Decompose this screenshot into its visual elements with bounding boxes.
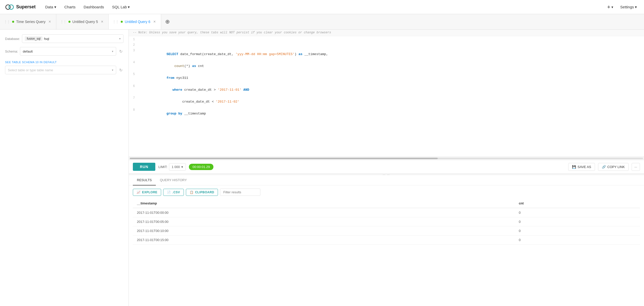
database-select[interactable]: fusion_sql fsql ▾: [22, 34, 123, 43]
save-as-button[interactable]: 💾 SAVE AS: [568, 163, 595, 171]
drag-handle-icon: ⋮⋮: [113, 20, 119, 23]
tab-query-history[interactable]: QUERY HISTORY: [156, 175, 191, 185]
database-value: fsql: [44, 37, 49, 41]
limit-label: LIMIT:: [158, 165, 167, 169]
table-placeholder: Select table or type table name: [8, 68, 53, 72]
database-row: Database: fusion_sql fsql ▾: [5, 34, 123, 43]
table-cell: 0: [515, 208, 640, 217]
see-table-schema-label: SEE TABLE SCHEMA 10 IN DEFAULT: [5, 61, 123, 64]
chevron-down-icon: ▾: [635, 5, 637, 9]
results-area: RESULTS QUERY HISTORY 📈 EXPLORE 📄 .CSV 📋: [129, 175, 644, 306]
add-tab-button[interactable]: ⊕: [161, 14, 174, 29]
table-row: 2017-11-01T00:05:000: [133, 217, 640, 226]
chevron-down-icon: ▾: [112, 68, 113, 72]
chevron-down-icon: ▾: [112, 50, 113, 53]
chevron-down-icon: ▾: [181, 165, 183, 169]
chevron-down-icon: ▾: [119, 37, 121, 40]
database-label: Database:: [5, 37, 20, 41]
right-content: -- Note: Unless you save your query, the…: [129, 29, 644, 306]
database-tag: fusion_sql: [25, 36, 42, 41]
limit-group: LIMIT: 1 000 ▾: [158, 163, 186, 171]
refresh-schema-button[interactable]: ↻: [118, 48, 123, 55]
filter-results-input[interactable]: [220, 189, 260, 196]
refresh-table-button[interactable]: ↻: [118, 67, 123, 74]
table-cell: 2017-11-01T00:00:00: [133, 208, 515, 217]
run-button[interactable]: RUN: [133, 163, 155, 171]
code-line-3: 3 SELECT date_format(create_date_dt, 'yy…: [129, 48, 644, 60]
tab-untitled-query-6[interactable]: ⋮⋮ Untitled Query 6 ×: [109, 14, 161, 29]
clipboard-button[interactable]: 📋 CLIPBOARD: [186, 189, 218, 196]
table-cell: 0: [515, 226, 640, 236]
chart-icon: 📈: [137, 191, 141, 194]
app-title: Superset: [16, 4, 36, 10]
table-cell: 2017-11-01T00:05:00: [133, 217, 515, 226]
sidebar-content: Database: fusion_sql fsql ▾ Schema: defa…: [0, 29, 129, 79]
table-cell: 2017-11-01T00:15:00: [133, 236, 515, 245]
nav-data[interactable]: Data ▾: [42, 3, 60, 11]
code-line-5: 5 from nyc311: [129, 72, 644, 84]
table-header-row: __timestamp cnt: [133, 199, 640, 208]
table-cell: 0: [515, 236, 640, 245]
csv-button[interactable]: 📄 .CSV: [163, 189, 184, 196]
copy-link-button[interactable]: 🔗 COPY LINK: [598, 163, 629, 171]
chevron-down-icon: ▾: [611, 5, 613, 9]
nav-menu: Data ▾ Charts Dashboards SQL Lab ▾: [42, 3, 605, 11]
explore-button[interactable]: 📈 EXPLORE: [133, 189, 161, 196]
schema-label: Schema:: [5, 50, 18, 53]
code-line-6: 6 where create_date_dt > '2017-11-01' AN…: [129, 84, 644, 96]
tab-results[interactable]: RESULTS: [133, 175, 156, 185]
schema-row: Schema: default ▾ ↻: [5, 47, 123, 56]
table-row: 2017-11-01T00:00:000: [133, 208, 640, 217]
timer-badge: 00:00:01.29: [189, 164, 213, 170]
limit-select[interactable]: 1 000 ▾: [169, 163, 186, 171]
left-sidebar: Database: fusion_sql fsql ▾ Schema: defa…: [0, 29, 129, 306]
col-header-cnt: cnt: [515, 199, 640, 208]
code-editor[interactable]: -- Note: Unless you save your query, the…: [129, 29, 644, 157]
drag-handle-icon: ⋮⋮: [60, 20, 66, 23]
svg-point-1: [9, 5, 13, 9]
tab-close-button[interactable]: ×: [100, 19, 104, 25]
code-line-4: 4 count(*) as cnt: [129, 60, 644, 72]
code-line-2: 2: [129, 43, 644, 48]
table-cell: 2017-11-01T00:10:00: [133, 226, 515, 236]
chevron-down-icon: ▾: [54, 5, 56, 9]
top-navigation: Superset Data ▾ Charts Dashboards SQL La…: [0, 0, 644, 14]
tab-close-button[interactable]: ×: [152, 19, 157, 25]
tab-status-dot: [121, 21, 123, 23]
table-row: 2017-11-01T00:10:000: [133, 226, 640, 236]
tab-time-series-query[interactable]: ⋮⋮ Time Series Query ×: [0, 14, 56, 29]
chevron-down-icon: ▾: [128, 5, 130, 9]
schema-select[interactable]: default ▾: [20, 47, 116, 56]
query-toolbar: RUN LIMIT: 1 000 ▾ 00:00:01.29 💾 SAVE AS…: [129, 160, 644, 174]
table-select-row: Select table or type table name ▾ ↻: [5, 66, 123, 74]
nav-sqllab[interactable]: SQL Lab ▾: [109, 3, 134, 11]
table-select[interactable]: Select table or type table name ▾: [5, 66, 116, 74]
more-options-button[interactable]: ···: [632, 163, 640, 171]
tab-status-dot: [12, 21, 14, 23]
save-icon: 💾: [572, 165, 576, 169]
nav-right: + ▾ Settings ▾: [605, 3, 639, 11]
schema-value: default: [23, 50, 33, 53]
code-lines: 1 2 3 SELECT date_format(create_date_dt,…: [129, 36, 644, 121]
code-line-1: 1: [129, 37, 644, 43]
code-line-7: 7 create_date_dt < '2017-11-02': [129, 96, 644, 108]
nav-dashboards[interactable]: Dashboards: [80, 3, 108, 11]
tab-close-button[interactable]: ×: [47, 19, 52, 25]
horizontal-scrollbar[interactable]: [129, 157, 644, 160]
table-cell: 0: [515, 217, 640, 226]
nav-charts[interactable]: Charts: [61, 3, 79, 11]
file-icon: 📄: [167, 191, 171, 194]
tab-untitled-query-5[interactable]: ⋮⋮ Untitled Query 5 ×: [56, 14, 109, 29]
link-icon: 🔗: [602, 165, 606, 169]
tab-status-dot: [68, 21, 70, 23]
table-row: 2017-11-01T00:15:000: [133, 236, 640, 245]
results-actions: 📈 EXPLORE 📄 .CSV 📋 CLIPBOARD: [129, 185, 644, 199]
col-header-timestamp: __timestamp: [133, 199, 515, 208]
clipboard-icon: 📋: [190, 191, 194, 194]
add-button[interactable]: + ▾: [605, 3, 615, 11]
settings-button[interactable]: Settings ▾: [618, 4, 639, 10]
code-line-8: 8 group by __timestamp: [129, 108, 644, 120]
app-logo[interactable]: Superset: [5, 3, 36, 12]
results-table-wrap: __timestamp cnt 2017-11-01T00:00:0002017…: [129, 199, 644, 306]
query-tabs-bar: ⋮⋮ Time Series Query × ⋮⋮ Untitled Query…: [0, 14, 644, 30]
